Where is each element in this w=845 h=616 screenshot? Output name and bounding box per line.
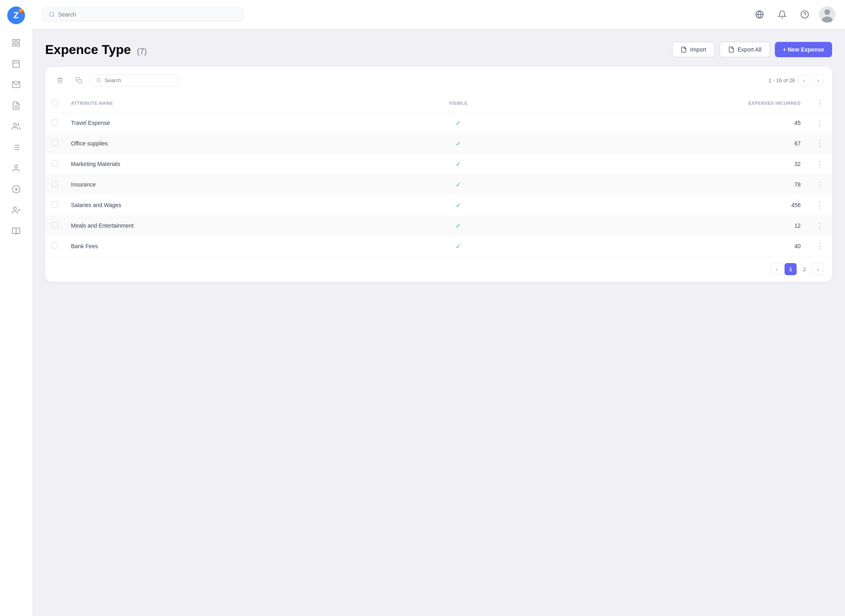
row-checkbox-6[interactable] xyxy=(52,222,58,228)
help-button[interactable] xyxy=(797,6,813,23)
visible-check-icon: ✓ xyxy=(456,181,461,188)
svg-point-36 xyxy=(97,78,100,81)
table-pagination-info: 1 - 16 of 26 ‹ › xyxy=(768,75,824,86)
row-checkbox-3[interactable] xyxy=(52,160,58,167)
topbar xyxy=(32,0,845,29)
sidebar-item-calendar[interactable] xyxy=(7,55,25,73)
copy-button[interactable] xyxy=(72,73,85,87)
table-row: Travel Expense ✓ 45 ⋮ xyxy=(45,113,832,133)
svg-rect-35 xyxy=(78,79,81,83)
page-2-button[interactable]: 2 xyxy=(798,263,810,275)
page-1-button[interactable]: 1 xyxy=(785,263,797,275)
table-search-input[interactable] xyxy=(104,77,173,83)
row-menu-button-5[interactable]: ⋮ xyxy=(814,201,826,209)
row-visible-3: ✓ xyxy=(390,154,526,174)
svg-point-33 xyxy=(824,9,830,15)
table-row: Marketing Materials ✓ 32 ⋮ xyxy=(45,154,832,174)
visible-check-icon: ✓ xyxy=(456,140,461,147)
user-avatar[interactable] xyxy=(819,6,835,23)
visible-check-icon: ✓ xyxy=(456,202,461,209)
row-name-5: Salaries and Wages xyxy=(65,195,390,216)
svg-point-26 xyxy=(50,12,54,16)
main-content: Expence Type (7) Import Export All xyxy=(32,29,845,616)
row-menu-button-3[interactable]: ⋮ xyxy=(814,160,826,168)
globe-button[interactable] xyxy=(751,6,768,23)
row-checkbox-2[interactable] xyxy=(52,140,58,146)
row-checkbox-5[interactable] xyxy=(52,201,58,208)
sidebar-item-list[interactable] xyxy=(7,139,25,156)
export-icon xyxy=(728,46,735,53)
sidebar-item-user-check[interactable] xyxy=(7,201,25,219)
footer-prev-button[interactable]: ‹ xyxy=(771,263,783,275)
topbar-actions xyxy=(751,6,835,23)
topbar-search-input[interactable] xyxy=(58,11,237,18)
topbar-search-container[interactable] xyxy=(42,8,244,21)
svg-line-27 xyxy=(53,15,54,17)
row-menu-button-7[interactable]: ⋮ xyxy=(814,242,826,251)
svg-text:Z: Z xyxy=(13,10,19,20)
sidebar-item-grid[interactable] xyxy=(7,34,25,52)
sidebar-item-team[interactable] xyxy=(7,118,25,135)
delete-button[interactable] xyxy=(53,73,67,87)
table-search-container[interactable] xyxy=(90,75,179,86)
svg-rect-5 xyxy=(17,39,19,42)
row-visible-1: ✓ xyxy=(390,113,526,133)
col-visible: VISIBLE xyxy=(390,94,526,113)
row-name-6: Meals and Entertainment xyxy=(65,216,390,236)
table-row: Salaries and Wages ✓ 456 ⋮ xyxy=(45,195,832,216)
row-expenses-7: 40 xyxy=(527,236,807,257)
import-button[interactable]: Import xyxy=(672,42,715,57)
sidebar-item-dollar[interactable] xyxy=(7,180,25,198)
sidebar: Z xyxy=(0,0,32,616)
row-menu-button-6[interactable]: ⋮ xyxy=(814,221,826,230)
table-search-icon xyxy=(96,77,101,83)
select-all-checkbox[interactable] xyxy=(52,100,58,106)
pagination-prev-button[interactable]: ‹ xyxy=(798,75,810,86)
sidebar-item-book[interactable] xyxy=(7,222,25,240)
header-actions-button[interactable]: ⋮ xyxy=(814,99,826,108)
col-expenses-incurred: EXPENSES INCURRED xyxy=(527,94,807,113)
page-title: Expence Type (7) xyxy=(45,42,147,57)
svg-rect-7 xyxy=(17,44,19,46)
visible-check-icon: ✓ xyxy=(456,222,461,229)
footer-next-button[interactable]: › xyxy=(812,263,824,275)
new-expense-button[interactable]: + New Expense xyxy=(775,42,832,57)
copy-icon xyxy=(75,77,82,83)
sidebar-item-mail[interactable] xyxy=(7,76,25,93)
main-card: 1 - 16 of 26 ‹ › ATTRIBUTE NAME xyxy=(45,67,832,282)
visible-check-icon: ✓ xyxy=(456,161,461,168)
row-name-2: Office supplies xyxy=(65,133,390,154)
row-expenses-2: 67 xyxy=(527,133,807,154)
pagination-next-button[interactable]: › xyxy=(813,75,824,86)
sidebar-item-document[interactable] xyxy=(7,97,25,114)
trash-icon xyxy=(57,77,63,83)
notification-button[interactable] xyxy=(774,6,790,23)
svg-point-3 xyxy=(21,12,24,14)
app-logo[interactable]: Z xyxy=(7,6,25,24)
svg-rect-6 xyxy=(13,44,15,46)
row-checkbox-1[interactable] xyxy=(52,119,58,126)
row-name-1: Travel Expense xyxy=(65,113,390,133)
svg-rect-4 xyxy=(13,39,15,42)
sidebar-item-person[interactable] xyxy=(7,160,25,177)
svg-rect-8 xyxy=(13,61,20,68)
visible-check-icon: ✓ xyxy=(456,243,461,250)
row-menu-button-2[interactable]: ⋮ xyxy=(814,139,826,148)
row-name-4: Insurance xyxy=(65,174,390,195)
col-actions-header: ⋮ xyxy=(807,94,832,113)
header-actions: Import Export All + New Expense xyxy=(672,42,832,57)
row-visible-6: ✓ xyxy=(390,216,526,236)
row-visible-2: ✓ xyxy=(390,133,526,154)
visible-check-icon: ✓ xyxy=(456,120,461,127)
row-checkbox-4[interactable] xyxy=(52,181,58,187)
row-menu-button-4[interactable]: ⋮ xyxy=(814,180,826,189)
row-expenses-1: 45 xyxy=(527,113,807,133)
svg-point-15 xyxy=(14,123,17,126)
row-expenses-4: 78 xyxy=(527,174,807,195)
table-footer: ‹ 1 2 › xyxy=(45,256,832,282)
row-checkbox-7[interactable] xyxy=(52,243,58,249)
row-menu-button-1[interactable]: ⋮ xyxy=(814,118,826,127)
row-name-3: Marketing Materials xyxy=(65,154,390,174)
export-button[interactable]: Export All xyxy=(720,42,770,57)
import-icon xyxy=(681,46,687,53)
